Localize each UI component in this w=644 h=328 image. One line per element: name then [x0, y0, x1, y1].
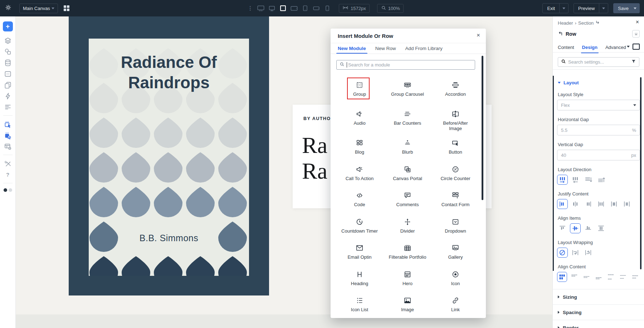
settings-tab-content[interactable]: Content: [558, 42, 574, 52]
module-item-bar-counters[interactable]: Bar Counters: [384, 107, 431, 136]
text-rows-icon[interactable]: [4, 103, 12, 111]
pointer-select-filled-icon[interactable]: [4, 131, 12, 139]
status-dots-icon[interactable]: [4, 188, 12, 192]
align-stretch-icon[interactable]: [596, 223, 606, 233]
breadcrumb-item-section[interactable]: Section: [578, 20, 594, 26]
justify-center-icon[interactable]: [570, 199, 581, 209]
module-item-code[interactable]: Code: [336, 189, 384, 215]
desktop-icon[interactable]: [268, 4, 276, 12]
module-item-icon-list[interactable]: Icon List: [336, 294, 384, 320]
module-item-divider[interactable]: Divider: [384, 215, 431, 242]
wrap-icon[interactable]: [570, 248, 581, 258]
canvas-width-input[interactable]: 1572px: [339, 4, 370, 13]
tools-icon[interactable]: [4, 160, 12, 168]
lightning-icon[interactable]: [4, 92, 12, 100]
exit-button[interactable]: Exit: [543, 4, 559, 13]
pointer-select-icon[interactable]: [4, 120, 12, 128]
content-stretch-icon[interactable]: [557, 272, 567, 282]
grid-view-icon[interactable]: [64, 5, 69, 11]
direction-row-up-icon[interactable]: [596, 175, 606, 185]
settings-tab-advanced[interactable]: Advanced: [605, 42, 626, 52]
canvas-selector-dropdown[interactable]: Main Canvas: [19, 4, 58, 13]
exit-dropdown-button[interactable]: [559, 4, 568, 13]
module-item-blurb[interactable]: Blurb: [384, 136, 431, 163]
module-item-heading[interactable]: Heading: [336, 268, 384, 294]
module-item-comments[interactable]: Comments: [384, 189, 431, 215]
module-item-circle-counter[interactable]: Circle Counter: [431, 163, 479, 189]
section-header-spacing[interactable]: Spacing: [553, 305, 644, 320]
direction-column-right-icon[interactable]: [557, 175, 568, 185]
module-item-before-after-image[interactable]: Before/AfterImage: [431, 107, 479, 136]
section-header-sizing[interactable]: Sizing: [553, 289, 644, 305]
preview-dropdown-button[interactable]: [599, 4, 608, 13]
plus-icon[interactable]: +: [3, 21, 13, 31]
content-end-icon[interactable]: [594, 272, 604, 282]
module-item-accordion[interactable]: Accordion: [431, 78, 479, 107]
direction-column-left-icon[interactable]: [570, 175, 581, 185]
save-dropdown-button[interactable]: [633, 4, 639, 13]
kebab-menu-icon[interactable]: ⋮: [248, 5, 253, 11]
justify-end-icon[interactable]: [583, 199, 594, 209]
copy-icon[interactable]: [4, 81, 12, 89]
content-around-icon[interactable]: [618, 272, 628, 282]
tablet-landscape-icon[interactable]: [290, 4, 298, 12]
book-cover-section[interactable]: Radiance Of Raindrops B.B. Simmons: [69, 16, 269, 295]
input-vertical-gap[interactable]: 40px: [557, 150, 640, 160]
module-item-blog[interactable]: Blog: [336, 136, 384, 163]
module-item-dropdown[interactable]: Dropdown: [431, 215, 479, 242]
layers-icon[interactable]: [4, 37, 12, 45]
content-between-icon[interactable]: [606, 272, 616, 282]
insert-module-icon[interactable]: [4, 70, 12, 78]
module-item-contact-form[interactable]: Contact Form: [431, 189, 479, 215]
settings-search-input[interactable]: Search settings...: [558, 57, 639, 67]
justify-between-icon[interactable]: [596, 199, 606, 209]
justify-evenly-icon[interactable]: [621, 199, 632, 209]
table-settings-icon[interactable]: [4, 143, 12, 150]
breadcrumb-item-header[interactable]: Header: [558, 20, 573, 26]
content-start-icon[interactable]: [569, 272, 579, 282]
module-item-button[interactable]: Button: [431, 136, 479, 163]
align-top-icon[interactable]: [557, 223, 568, 233]
module-item-email-optin[interactable]: Email Optin: [336, 241, 384, 268]
module-item-audio[interactable]: Audio: [336, 107, 384, 136]
align-center-icon[interactable]: [570, 223, 581, 233]
wrap-none-icon[interactable]: [557, 248, 568, 258]
input-horizontal-gap[interactable]: 5.5%: [557, 125, 640, 135]
modal-tab-add-from-library[interactable]: Add From Library: [405, 43, 443, 54]
gear-icon[interactable]: [5, 4, 11, 12]
module-item-canvas-portal[interactable]: Canvas Portal: [384, 163, 431, 189]
desktop-xl-icon[interactable]: [257, 4, 265, 12]
filter-funnel-icon[interactable]: [631, 59, 636, 65]
module-item-group-carousel[interactable]: Group Carousel: [384, 78, 431, 107]
panel-dock-icon[interactable]: [632, 30, 640, 38]
canvas-square-icon[interactable]: [279, 4, 287, 12]
section-header-layout[interactable]: Layout: [558, 80, 639, 85]
module-item-gallery[interactable]: Gallery: [431, 241, 479, 268]
panel-scrollbar[interactable]: [640, 77, 641, 269]
wrap-reverse-icon[interactable]: [583, 248, 594, 258]
save-button[interactable]: Save: [614, 4, 633, 13]
database-icon[interactable]: [4, 59, 12, 67]
content-evenly-icon[interactable]: [630, 272, 640, 282]
phone-landscape-icon[interactable]: [312, 4, 320, 12]
phone-portrait-icon[interactable]: [323, 4, 331, 12]
tabs-dropdown-icon[interactable]: [627, 46, 630, 48]
modal-scrollbar[interactable]: [482, 56, 483, 200]
module-search-input[interactable]: Search for a module: [336, 60, 475, 70]
canvas-zoom-input[interactable]: 100%: [377, 4, 404, 13]
module-item-link[interactable]: Link: [431, 294, 479, 320]
module-item-call-to-action[interactable]: Call To Action: [336, 163, 384, 189]
desktop-preview-icon[interactable]: [633, 44, 640, 50]
shapes-icon[interactable]: [4, 48, 12, 56]
close-icon[interactable]: ×: [636, 19, 639, 25]
module-item-image[interactable]: Image: [384, 294, 431, 320]
return-arrow-icon[interactable]: [558, 31, 563, 37]
help-icon[interactable]: ?: [4, 171, 12, 179]
modal-tab-new-row[interactable]: New Row: [375, 43, 396, 54]
settings-tab-design[interactable]: Design: [582, 42, 597, 52]
panel-left-scroll-indicator[interactable]: [553, 76, 554, 271]
module-item-hero[interactable]: Hero: [384, 268, 431, 294]
align-baseline-icon[interactable]: [583, 223, 594, 233]
justify-around-icon[interactable]: [609, 199, 619, 209]
preview-button[interactable]: Preview: [574, 4, 599, 13]
